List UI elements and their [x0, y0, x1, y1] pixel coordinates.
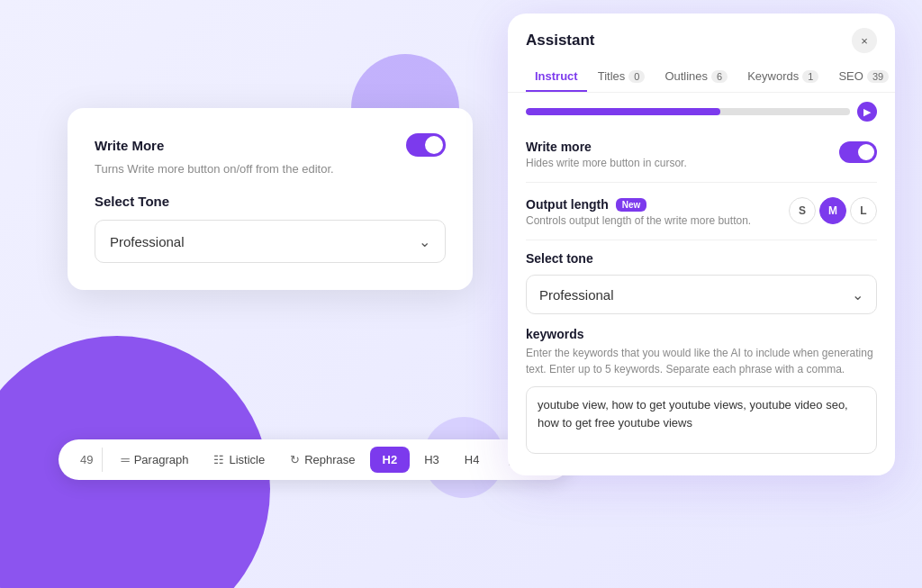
write-more-info: Write more Hides write more button in cu… — [526, 140, 839, 169]
tab-instruct[interactable]: Instruct — [526, 62, 587, 92]
tab-titles-label: Titles — [598, 69, 626, 83]
new-badge: New — [616, 198, 647, 212]
select-tone-label: Select Tone — [95, 194, 446, 209]
size-s-button[interactable]: S — [789, 197, 816, 224]
h3-label: H3 — [424, 453, 439, 466]
listicle-icon: ☷ — [213, 453, 224, 466]
output-length-row: Output length New Controls output length… — [526, 194, 877, 227]
listicle-button[interactable]: ☷ Listicle — [203, 447, 276, 473]
write-more-label: Write More — [95, 138, 164, 153]
assistant-header: Assistant × — [508, 14, 895, 53]
close-button[interactable]: × — [852, 28, 877, 53]
rephrase-icon: ↻ — [290, 453, 300, 466]
keywords-textarea[interactable] — [526, 386, 877, 454]
keywords-desc: Enter the keywords that you would like t… — [526, 345, 877, 377]
tab-keywords[interactable]: Keywords 1 — [738, 62, 827, 92]
chevron-down-icon: ⌄ — [419, 233, 430, 250]
h4-button[interactable]: H4 — [454, 447, 491, 473]
word-count: 49 — [71, 448, 103, 472]
write-more-toggle[interactable] — [406, 133, 446, 157]
tab-outlines[interactable]: Outlines 6 — [655, 62, 737, 92]
keywords-section: keywords Enter the keywords that you wou… — [526, 327, 877, 457]
tab-instruct-label: Instruct — [535, 69, 578, 83]
h4-label: H4 — [465, 453, 480, 466]
tone-chevron-down-icon: ⌄ — [852, 286, 863, 303]
tab-titles[interactable]: Titles 0 — [589, 62, 655, 92]
tab-seo-badge: 39 — [867, 70, 889, 83]
paragraph-icon: ═ — [121, 453, 129, 466]
rephrase-button[interactable]: ↻ Rephrase — [279, 447, 366, 473]
write-more-desc: Turns Write more button on/off from the … — [95, 162, 446, 176]
write-more-panel-toggle[interactable] — [839, 141, 877, 163]
tone-select-panel-value: Professional — [539, 287, 614, 303]
progress-arrow-button[interactable]: ▶ — [857, 102, 877, 122]
output-length-label: Output length — [526, 197, 609, 212]
progress-area: ▶ — [508, 93, 895, 131]
write-more-panel-desc: Hides write more button in cursor. — [526, 157, 839, 169]
rephrase-label: Rephrase — [304, 453, 355, 466]
tab-seo-label: SEO — [838, 69, 863, 83]
size-l-button[interactable]: L — [850, 197, 877, 224]
size-buttons: S M L — [789, 197, 877, 224]
divider-1 — [526, 182, 877, 183]
divider-2 — [526, 240, 877, 240]
output-length-title: Output length New — [526, 197, 789, 212]
editor-toolbar: 49 ═ Paragraph ☷ Listicle ↻ Rephrase H2 … — [59, 439, 570, 480]
tone-select-card[interactable]: Professional ⌄ — [95, 220, 446, 263]
tab-outlines-label: Outlines — [664, 69, 708, 83]
assistant-title: Assistant — [526, 32, 595, 50]
tab-titles-badge: 0 — [628, 70, 645, 83]
tone-select-panel[interactable]: Professional ⌄ — [526, 275, 877, 314]
tab-keywords-badge: 1 — [802, 70, 818, 83]
assistant-panel: Assistant × Instruct Titles 0 Outlines 6… — [508, 14, 895, 475]
select-tone-panel-label: Select tone — [526, 251, 877, 266]
panel-content: Write more Hides write more button in cu… — [508, 131, 895, 475]
h2-label: H2 — [383, 453, 398, 466]
output-length-info: Output length New Controls output length… — [526, 197, 789, 227]
tab-outlines-badge: 6 — [711, 70, 728, 83]
write-more-panel-title: Write more — [526, 140, 839, 154]
progress-fill — [526, 108, 720, 115]
tabs-bar: Instruct Titles 0 Outlines 6 Keywords 1 … — [508, 53, 895, 93]
h3-button[interactable]: H3 — [413, 447, 450, 473]
paragraph-label: Paragraph — [134, 453, 189, 466]
paragraph-button[interactable]: ═ Paragraph — [110, 447, 199, 473]
keywords-title: keywords — [526, 327, 877, 341]
write-more-card: Write More Turns Write more button on/of… — [68, 108, 473, 290]
h2-button[interactable]: H2 — [370, 447, 411, 473]
write-more-panel-row: Write more Hides write more button in cu… — [526, 131, 877, 169]
size-m-button[interactable]: M — [819, 197, 846, 224]
tab-keywords-label: Keywords — [747, 69, 799, 83]
progress-track — [526, 108, 850, 115]
output-length-desc: Controls output length of the write more… — [526, 214, 789, 227]
tab-seo[interactable]: SEO 39 — [829, 62, 895, 92]
listicle-label: Listicle — [229, 453, 265, 466]
tone-select-value-card: Professional — [110, 234, 185, 249]
close-icon: × — [861, 34, 868, 48]
